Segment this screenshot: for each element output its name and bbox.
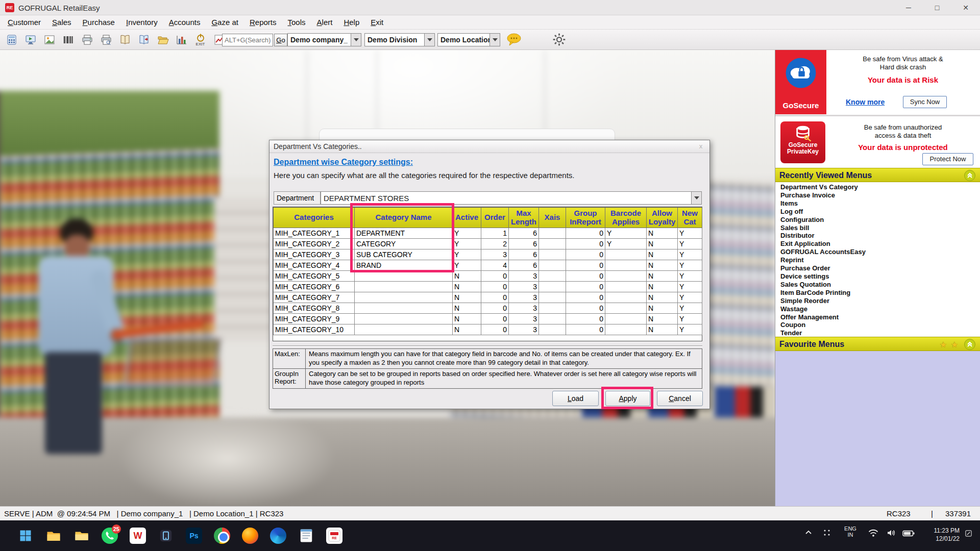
cell-active[interactable]: N [453,303,481,314]
cell-max-length[interactable]: 3 [509,314,539,324]
recent-menu-item[interactable]: Distributor [780,232,980,240]
cell-order[interactable]: 0 [481,324,509,335]
cell-category-name[interactable] [355,314,453,324]
cell-categories[interactable]: MIH_CATEGORY_7 [274,292,355,303]
start-button[interactable] [15,525,36,546]
recent-menu-item[interactable]: Sales bill [780,224,980,232]
menu-item[interactable]: Customer [2,15,46,30]
pos-monitor-icon[interactable] [22,31,39,48]
cell-order[interactable]: 0 [481,292,509,303]
cell-active[interactable]: N [453,324,481,335]
table-row[interactable]: MIH_CATEGORY_10 N 0 3 0 N Y [274,324,702,335]
column-header[interactable]: Active [453,208,481,228]
column-header[interactable]: Categories [274,208,355,228]
cell-new-cat[interactable]: Y [678,282,702,292]
collapse-chevron-icon[interactable] [964,339,975,350]
wifi-icon[interactable] [868,529,879,539]
table-row[interactable]: MIH_CATEGORY_6 N 0 3 0 N Y [274,282,702,292]
files-app-icon[interactable] [43,525,64,546]
location-dropdown[interactable]: Demo Location [437,33,500,46]
cell-barcode-applies[interactable] [605,249,647,260]
tray-grid-icon[interactable] [823,529,831,539]
column-header[interactable]: Order [481,208,509,228]
cell-allow-loyalty[interactable]: N [647,292,678,303]
cancel-button[interactable]: Cancel [657,391,703,406]
recently-viewed-header[interactable]: Recently Viewed Menus [775,168,980,182]
cell-categories[interactable]: MIH_CATEGORY_2 [274,239,355,249]
cell-categories[interactable]: MIH_CATEGORY_8 [274,303,355,314]
know-more-link[interactable]: Know more [846,98,885,106]
cell-order[interactable]: 1 [481,228,509,239]
cell-max-length[interactable]: 3 [509,324,539,335]
menu-item[interactable]: Sales [46,15,77,30]
cell-xais[interactable] [539,292,566,303]
cell-barcode-applies[interactable] [605,271,647,282]
whatsapp-icon[interactable]: 25 [100,525,120,546]
menu-item[interactable]: Tools [282,15,311,30]
pen-icon[interactable] [965,530,972,539]
cell-active[interactable]: N [453,271,481,282]
photoshop-icon[interactable]: Ps [184,525,204,546]
cell-xais[interactable] [539,228,566,239]
division-dropdown[interactable]: Demo Division [364,33,435,46]
chevron-down-icon[interactable] [691,192,701,204]
table-row[interactable]: MIH_CATEGORY_1 DEPARTMENT Y 1 6 0 Y N Y [274,228,702,239]
volume-icon[interactable] [886,529,896,539]
menu-item[interactable]: Alert [311,15,338,30]
print-preview-icon[interactable] [97,31,114,48]
billing-grid-icon[interactable] [3,31,20,48]
cell-category-name[interactable]: DEPARTMENT [355,228,453,239]
cell-max-length[interactable]: 6 [509,228,539,239]
cell-allow-loyalty[interactable]: N [647,282,678,292]
chrome-icon[interactable] [212,525,232,546]
favourite-star-icon[interactable]: ★ [951,340,958,349]
cell-xais[interactable] [539,239,566,249]
cell-group-in-report[interactable]: 0 [566,271,605,282]
cell-max-length[interactable]: 3 [509,303,539,314]
global-search-input[interactable] [222,34,273,46]
cell-group-in-report[interactable]: 0 [566,314,605,324]
recent-menu-item[interactable]: Department Vs Category [780,183,980,191]
cell-categories[interactable]: MIH_CATEGORY_4 [274,260,355,271]
cell-group-in-report[interactable]: 0 [566,292,605,303]
chevron-down-icon[interactable] [424,34,434,46]
cell-category-name[interactable]: SUB CATEGORY [355,249,453,260]
collapse-chevron-icon[interactable] [964,170,975,181]
cell-xais[interactable] [539,324,566,335]
cell-category-name[interactable]: BRAND [355,260,453,271]
file-explorer-icon[interactable] [71,525,92,546]
device-app-icon[interactable] [156,525,176,546]
open-folder-icon[interactable] [154,31,171,48]
recent-menu-item[interactable]: Purchase Invoice [780,191,980,199]
cell-group-in-report[interactable]: 0 [566,303,605,314]
company-dropdown[interactable]: Demo company_ [287,33,361,46]
cell-categories[interactable]: MIH_CATEGORY_1 [274,228,355,239]
cell-allow-loyalty[interactable]: N [647,239,678,249]
cell-category-name[interactable] [355,292,453,303]
cell-max-length[interactable]: 3 [509,271,539,282]
cell-category-name[interactable] [355,271,453,282]
favourite-menus-header[interactable]: Favourite Menus ★ ★ [775,337,980,351]
cell-active[interactable]: Y [453,228,481,239]
edge-icon[interactable] [268,525,288,546]
menu-item[interactable]: Help [338,15,365,30]
column-header[interactable]: Allow Loyalty [647,208,678,228]
cell-barcode-applies[interactable]: Y [605,228,647,239]
cell-barcode-applies[interactable] [605,303,647,314]
table-row[interactable]: MIH_CATEGORY_2 CATEGORY Y 2 6 0 Y N Y [274,239,702,249]
cell-order[interactable]: 0 [481,303,509,314]
cell-xais[interactable] [539,271,566,282]
clock[interactable]: 11:23 PM 12/01/22 [919,527,960,543]
menu-item[interactable]: Reports [244,15,282,30]
stock-image-icon[interactable] [41,31,58,48]
cell-group-in-report[interactable]: 0 [566,260,605,271]
favourite-star-icon[interactable]: ★ [940,340,947,349]
battery-icon[interactable] [902,530,915,539]
recent-menu-item[interactable]: Simple Reorder [780,297,980,305]
firefox-icon[interactable] [240,525,260,546]
cell-active[interactable]: Y [453,249,481,260]
cell-allow-loyalty[interactable]: N [647,260,678,271]
cell-xais[interactable] [539,314,566,324]
table-row[interactable]: MIH_CATEGORY_3 SUB CATEGORY Y 3 6 0 N Y [274,249,702,260]
gear-icon[interactable] [552,33,566,48]
